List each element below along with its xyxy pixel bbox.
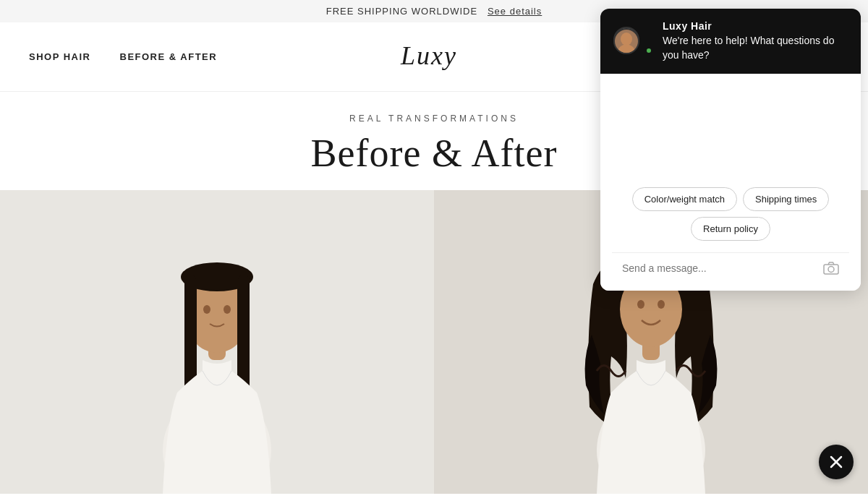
svg-text:Luxy: Luxy: [400, 41, 457, 70]
nav-shop-hair[interactable]: SHOP HAIR: [29, 51, 91, 62]
camera-button[interactable]: [823, 262, 839, 275]
nav-logo[interactable]: Luxy: [393, 35, 480, 78]
suggestion-shipping[interactable]: Shipping times: [743, 187, 829, 211]
chat-header: Luxy Hair We're here to help! What quest…: [600, 9, 861, 74]
close-icon: [830, 455, 843, 468]
chat-widget: Luxy Hair We're here to help! What quest…: [600, 9, 861, 291]
camera-icon: [823, 262, 839, 275]
chat-avatar-group: [613, 27, 652, 56]
svg-point-9: [203, 305, 210, 314]
svg-point-15: [658, 300, 665, 309]
chat-message-input[interactable]: [622, 262, 816, 274]
online-indicator: [645, 47, 652, 54]
svg-point-16: [621, 33, 632, 46]
chat-brand: Luxy Hair: [663, 20, 848, 32]
chat-close-button[interactable]: [819, 445, 854, 479]
svg-point-14: [637, 300, 644, 309]
banner-link[interactable]: See details: [488, 6, 542, 17]
avatar-face-1: [615, 30, 638, 53]
chat-input-row: [612, 252, 849, 283]
svg-point-10: [224, 305, 231, 314]
chat-suggestions: Color/weight match Shipping times Return…: [612, 187, 849, 252]
avatar-1: [613, 28, 639, 54]
svg-point-19: [828, 267, 834, 273]
nav-before-after[interactable]: BEFORE & AFTER: [120, 51, 218, 62]
before-model-svg: [0, 190, 434, 494]
nav-left: SHOP HAIR BEFORE & AFTER: [29, 51, 217, 62]
chat-body: Color/weight match Shipping times Return…: [600, 74, 861, 291]
before-panel: [0, 190, 434, 494]
suggestion-return[interactable]: Return policy: [691, 217, 770, 241]
logo-svg: Luxy: [393, 35, 480, 72]
suggestion-color-weight[interactable]: Color/weight match: [632, 187, 737, 211]
chat-greeting: We're here to help! What questions do yo…: [663, 34, 848, 62]
banner-text: FREE SHIPPING WORLDWIDE: [326, 6, 477, 17]
chat-header-text: Luxy Hair We're here to help! What quest…: [663, 20, 848, 62]
